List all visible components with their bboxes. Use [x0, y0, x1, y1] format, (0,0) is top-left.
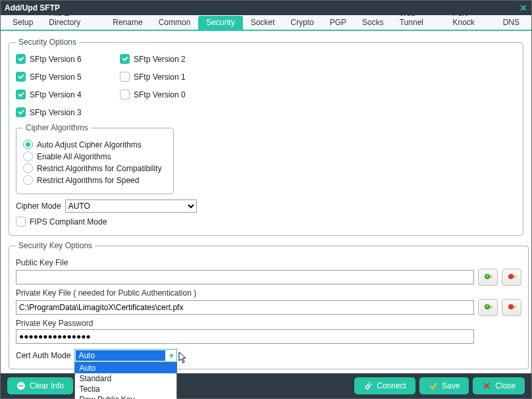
cipher-algorithms-legend: Cipher Algorithms: [23, 123, 91, 132]
tab-security[interactable]: Security: [198, 16, 242, 30]
cert-auth-mode-value: Auto: [76, 350, 165, 361]
checkbox-sftp-v1[interactable]: SFtp Version 1: [120, 72, 219, 82]
checkbox-sftp-v3[interactable]: SFtp Version 3: [16, 107, 115, 117]
cipher-mode-select[interactable]: AUTO: [65, 200, 197, 213]
plug-icon: [363, 381, 373, 390]
cert-auth-mode-label: Cert Auth Mode: [16, 351, 70, 360]
cipher-algorithms-fieldset: Cipher Algorithms Auto Adjust Cipher Alg…: [16, 123, 174, 194]
radio-auto-adjust[interactable]: Auto Adjust Cipher Algorithms: [23, 140, 167, 149]
radio-label: Restrict Algorithms for Speed: [37, 176, 139, 185]
browse-private-key-button[interactable]: +: [478, 299, 498, 316]
tab-common[interactable]: Common: [151, 16, 199, 30]
dropdown-option-tectia[interactable]: Tectia: [75, 384, 176, 394]
radio-restrict-speed[interactable]: Restrict Algorithms for Speed: [23, 175, 167, 185]
titlebar: Add/Upd SFTP ✕: [1, 1, 531, 15]
radio-label: Auto Adjust Cipher Algorithms: [37, 140, 142, 149]
radio-enable-all[interactable]: Enable All Algorithms: [23, 151, 167, 161]
tab-pgp[interactable]: PGP: [322, 16, 354, 30]
mouse-cursor-icon: [178, 352, 189, 365]
tab-dns[interactable]: DNS: [495, 16, 527, 30]
dropdown-option-standard[interactable]: Standard: [75, 373, 176, 384]
private-key-label: Private Key File ( needed for Public Aut…: [16, 288, 521, 298]
button-label: Clear Info: [30, 381, 64, 390]
private-key-password-input[interactable]: [16, 329, 474, 344]
check-icon: [429, 381, 438, 390]
checkbox-sftp-v2[interactable]: SFtp Version 2: [120, 54, 219, 64]
tab-socket[interactable]: Socket: [243, 16, 283, 30]
checkbox-sftp-v5[interactable]: SFtp Version 5: [16, 72, 115, 82]
content-area: Security Options SFtp Version 6 SFtp Ver…: [1, 31, 531, 375]
clear-private-key-button[interactable]: [502, 299, 521, 316]
radio-restrict-compat[interactable]: Restrict Algorithms for Compatibility: [23, 163, 167, 173]
connect-button[interactable]: Connect: [354, 377, 415, 394]
checkbox-sftp-v6[interactable]: SFtp Version 6: [16, 54, 115, 64]
tab-setup[interactable]: Setup: [5, 16, 41, 30]
private-key-input[interactable]: [16, 300, 474, 315]
security-key-options-legend: Security Key Options: [16, 241, 95, 250]
close-icon[interactable]: ✕: [519, 3, 527, 13]
private-key-password-label: Private Key Password: [16, 319, 521, 328]
radio-label: Restrict Algorithms for Compatibility: [37, 164, 161, 173]
checkbox-label: FIPS Compliant Mode: [30, 217, 107, 226]
public-key-label: Public Key File: [16, 258, 521, 267]
cipher-mode-label: Cipher Mode: [16, 201, 61, 211]
checkbox-label: SFtp Version 1: [134, 72, 186, 82]
button-label: Save: [442, 381, 460, 390]
security-options-fieldset: Security Options SFtp Version 6 SFtp Ver…: [9, 38, 523, 236]
dropdown-option-auto[interactable]: Auto: [75, 363, 176, 373]
browse-public-key-button[interactable]: +: [478, 269, 498, 286]
button-label: Connect: [377, 381, 406, 390]
checkbox-sftp-v4[interactable]: SFtp Version 4: [16, 90, 115, 99]
tab-socks[interactable]: Socks: [354, 16, 392, 30]
checkbox-fips[interactable]: FIPS Compliant Mode: [16, 217, 516, 226]
tab-rename[interactable]: Rename: [105, 16, 150, 30]
window-title: Add/Upd SFTP: [5, 3, 60, 13]
clear-info-button[interactable]: Clear Info: [7, 377, 73, 394]
svg-rect-1: [19, 385, 24, 386]
tab-crypto[interactable]: Crypto: [282, 16, 321, 30]
checkbox-label: SFtp Version 2: [134, 55, 186, 64]
cert-auth-mode-dropdown[interactable]: Auto Standard Tectia Raw Public Key: [74, 362, 177, 399]
checkbox-sftp-v0[interactable]: SFtp Version 0: [120, 90, 219, 99]
cert-auth-mode-select[interactable]: Auto ▼: [74, 349, 177, 362]
checkbox-label: SFtp Version 0: [134, 90, 186, 99]
clear-icon: [16, 381, 26, 390]
public-key-input[interactable]: [16, 270, 474, 284]
security-options-legend: Security Options: [16, 38, 79, 47]
checkbox-label: SFtp Version 6: [30, 55, 82, 64]
checkbox-label: SFtp Version 5: [30, 72, 82, 82]
window: Add/Upd SFTP ✕ Setup File & Directory Re…: [0, 0, 532, 399]
dropdown-option-raw-public-key[interactable]: Raw Public Key: [75, 394, 176, 399]
x-icon: [482, 381, 491, 390]
button-label: Close: [495, 381, 516, 390]
checkbox-label: SFtp Version 4: [30, 90, 82, 99]
security-key-options-fieldset: Security Key Options Public Key File + P…: [9, 241, 529, 369]
checkbox-label: SFtp Version 3: [30, 108, 82, 117]
save-button[interactable]: Save: [419, 377, 469, 394]
chevron-down-icon: ▼: [166, 352, 176, 359]
clear-public-key-button[interactable]: [502, 269, 521, 286]
sftp-versions-grid: SFtp Version 6 SFtp Version 2 SFtp Versi…: [16, 52, 516, 119]
tab-bar: Setup File & Directory Rename Common Sec…: [1, 15, 531, 31]
radio-label: Enable All Algorithms: [37, 152, 111, 161]
close-button[interactable]: Close: [473, 377, 525, 394]
